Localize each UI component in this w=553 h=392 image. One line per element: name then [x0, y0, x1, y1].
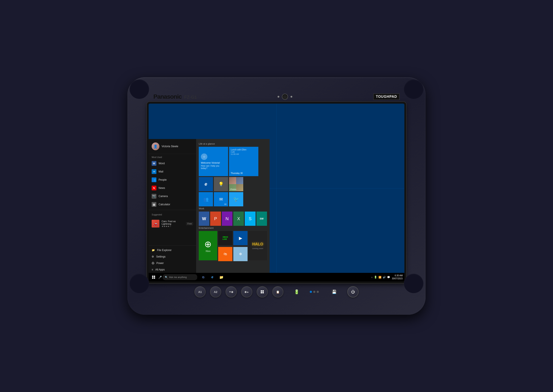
mail-icon: ✉ — [152, 169, 156, 174]
hw-btn-vol-down[interactable]: ▼◉ — [226, 286, 237, 297]
calculator-label: Calculator — [159, 203, 170, 206]
app-mail[interactable]: ✉ Mail — [149, 168, 196, 176]
hw-btn-windows[interactable] — [257, 286, 268, 297]
xbox-logo: ⊕ — [204, 239, 212, 249]
tiles-row-2: e 💡 Photos — [199, 177, 267, 191]
tile-halo[interactable]: HALO coming soon — [248, 231, 267, 260]
all-apps-btn[interactable]: ≡ All Apps — [149, 266, 196, 273]
tile-sway[interactable]: SW — [256, 211, 267, 226]
indicator-dot2 — [291, 96, 292, 98]
halo-sub: coming soon — [252, 247, 263, 250]
tile-calendar[interactable]: Lunch with Ellen Café 11:00 AM Thursday … — [229, 147, 258, 176]
most-used-label: Most Used — [149, 154, 196, 159]
microphone-icon[interactable]: 🎤 — [158, 276, 162, 279]
tile-powerpoint[interactable]: P — [210, 211, 221, 226]
date-display: 30/07/2015 — [392, 277, 403, 280]
app-people[interactable]: 👥 People — [149, 176, 196, 184]
photos-label: Photos — [230, 188, 236, 190]
up-arrow-icon[interactable]: ∧ — [371, 276, 373, 279]
settings-btn[interactable]: ⚙ Settings — [149, 253, 196, 260]
store-icon: 🛍 — [224, 252, 227, 256]
tiles-row-3: 👥 ✉ 10 🐦 — [199, 192, 267, 206]
video-icon: ▶ — [239, 236, 242, 241]
cortana-greeting: Welcome Victoria! — [201, 161, 220, 164]
suggested-item-cars[interactable]: 🚗 Cars: Fast as Lightning ★★★★☆ Free — [149, 218, 196, 229]
file-explorer-btn[interactable]: 📁 File Explorer — [149, 247, 196, 253]
tile-word[interactable]: W — [199, 211, 209, 226]
brand-name: Panasonic — [153, 93, 182, 100]
app-news[interactable]: N News — [149, 184, 196, 192]
device-header: Panasonic FZ-G1 TOUGHPAD — [132, 91, 421, 102]
hw-storage-icon: 💾 — [330, 287, 339, 296]
news-icon: N — [152, 186, 156, 190]
divider-1 — [149, 210, 196, 210]
cars-thumb: 🚗 — [152, 220, 159, 228]
calendar-event: Lunch with Ellen — [231, 148, 247, 151]
tile-people[interactable]: 👥 — [199, 192, 213, 206]
start-button[interactable] — [149, 273, 158, 281]
tiles-row-work: W P N X S SW — [199, 211, 267, 226]
tile-photos[interactable]: Photos — [229, 177, 243, 191]
power-button[interactable]: ⏻ — [347, 286, 359, 297]
notification-icon[interactable]: 💬 — [387, 276, 390, 279]
status-indicators — [310, 287, 319, 296]
camera-label: Camera — [159, 195, 168, 198]
tile-mail[interactable]: ✉ 10 — [214, 192, 228, 206]
hw-btn-a1[interactable]: A1 — [194, 286, 206, 297]
entertainment-section-label: Entertainment — [199, 227, 267, 229]
hw-btn-vol-up[interactable]: ◉▲ — [241, 286, 252, 297]
tile-xbox-live[interactable]: XBOXLIVE — [218, 231, 233, 245]
tile-onenote[interactable]: N — [222, 211, 233, 226]
windows-logo — [152, 276, 155, 279]
people-label: People — [159, 178, 167, 181]
clock-display[interactable]: 6:30 AM 30/07/2015 — [392, 274, 403, 280]
taskbar-edge[interactable]: e — [208, 273, 217, 281]
indicator-group: 🔋 💾 — [292, 287, 339, 296]
tile-cortana[interactable]: ○ Welcome Victoria! How can I help you t… — [199, 147, 228, 176]
indicator-dot — [277, 96, 279, 98]
hw-btn-app[interactable]: 📋 — [272, 286, 284, 297]
frozen-icon: ❄ — [239, 252, 242, 256]
app-calculator[interactable]: ▦ Calculator — [149, 200, 196, 209]
wifi-icon: 📶 — [378, 276, 382, 279]
calendar-time: 11:00 AM — [231, 153, 239, 155]
tile-frozen[interactable]: ❄ — [233, 247, 248, 261]
user-name: Victoria Steele — [162, 145, 178, 148]
taskbar-task-view[interactable]: ⧉ — [199, 273, 208, 281]
user-section[interactable]: 👤 Victoria Steele — [149, 139, 196, 154]
app-word[interactable]: W Word — [149, 159, 196, 168]
tile-twitter[interactable]: 🐦 — [229, 192, 243, 206]
app-btn-icon: 📋 — [276, 290, 280, 294]
tile-store[interactable]: 🛍 — [218, 247, 233, 261]
photo-2 — [236, 177, 243, 184]
cars-info: Cars: Fast as Lightning ★★★★☆ — [162, 220, 184, 228]
task-view-icon: ⧉ — [202, 275, 204, 279]
hw-battery-indicator: 🔋 — [292, 287, 301, 296]
divider-2 — [149, 245, 196, 246]
calendar-venue: Café — [231, 151, 235, 153]
tile-excel[interactable]: X — [233, 211, 244, 226]
tile-skype[interactable]: S — [245, 211, 255, 226]
taskbar-store[interactable]: 🛍 — [226, 273, 235, 281]
hw-btn-a2[interactable]: A2 — [210, 286, 221, 297]
search-bar[interactable]: 🔍 Ask me anything — [163, 274, 197, 280]
entertainment-right: XBOXLIVE ▶ 🛍 ❄ — [218, 231, 248, 262]
volume-icon[interactable]: 🔊 — [383, 276, 386, 279]
vol-up-label: ◉▲ — [245, 291, 249, 293]
power-btn[interactable]: ⏻ Power — [149, 260, 196, 266]
word-label: Word — [159, 162, 165, 165]
photo-1 — [229, 177, 236, 184]
taskbar-explorer[interactable]: 📁 — [217, 273, 226, 281]
time-display: 6:30 AM — [392, 274, 403, 277]
all-apps-label: All Apps — [155, 268, 165, 271]
power-btn-icon: ⏻ — [351, 290, 355, 294]
windows-hw-logo — [261, 290, 264, 293]
bumper-br — [404, 274, 423, 293]
tile-bulb[interactable]: 💡 — [214, 177, 228, 191]
tile-edge[interactable]: e — [199, 177, 213, 191]
mail-label: Mail — [159, 170, 163, 173]
calendar-day: Thursday 30 — [231, 172, 243, 175]
app-camera[interactable]: 📷 Camera — [149, 192, 196, 200]
tile-video[interactable]: ▶ — [233, 231, 248, 245]
tile-xbox[interactable]: ⊕ Xbox — [199, 231, 217, 260]
